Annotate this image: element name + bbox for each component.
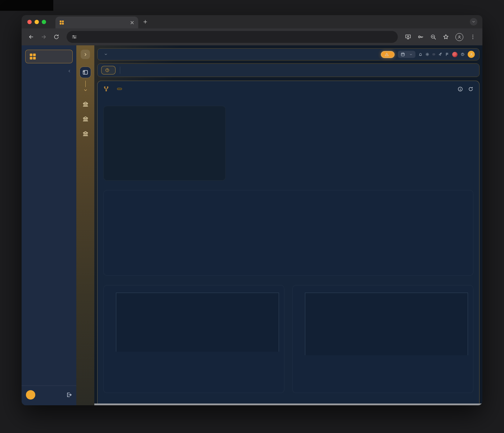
org-header-bar: [97, 48, 480, 60]
icon-rail: [76, 45, 94, 405]
nav-section-header: [22, 66, 76, 75]
warning-icon: [385, 53, 389, 57]
question-icon: [105, 68, 109, 72]
bookmark-star-icon[interactable]: [443, 34, 449, 40]
account-avatar[interactable]: [468, 51, 475, 58]
sidebar: [22, 45, 76, 405]
notifications-bell-icon[interactable]: [419, 53, 422, 56]
horizontal-scrollbar[interactable]: [94, 403, 482, 405]
browser-tab[interactable]: [55, 17, 138, 28]
flows-by-time-bar-chart: [116, 293, 279, 352]
tab-close-icon[interactable]: [130, 20, 135, 25]
process-flow-panel: [97, 81, 480, 405]
date-range-selector[interactable]: [398, 51, 415, 58]
chevron-down-icon: [472, 20, 476, 24]
maximize-window-button[interactable]: [42, 20, 46, 24]
zoom-out-icon[interactable]: [430, 34, 436, 40]
efficiency-line-chart: [120, 197, 469, 257]
chevron-right-icon: [83, 52, 88, 57]
forward-button[interactable]: [41, 34, 47, 40]
menubar-remnant: [0, 0, 53, 11]
chevron-down-icon: [104, 53, 108, 56]
minimize-window-button[interactable]: [35, 20, 39, 24]
help-button[interactable]: [101, 66, 116, 75]
donut-hole: [152, 138, 176, 162]
brand-grid-icon: [29, 53, 37, 60]
brand-logo-card[interactable]: [25, 50, 73, 63]
rail-panel-button[interactable]: [80, 67, 91, 78]
demo-mode-badge[interactable]: [381, 51, 395, 58]
bank-shortcut-icon[interactable]: [82, 101, 89, 107]
browser-toolbar: [22, 28, 482, 45]
main-content: [94, 45, 482, 405]
install-app-icon[interactable]: [405, 34, 411, 40]
browser-tab-strip: [22, 15, 482, 28]
red-org-logo-icon[interactable]: [452, 52, 458, 57]
refresh-icon[interactable]: [468, 86, 473, 92]
reload-button[interactable]: [53, 34, 59, 40]
example-data-badge: [117, 88, 122, 90]
locale-badge[interactable]: [432, 53, 435, 55]
favicon-grid-icon: [59, 20, 64, 25]
chevron-down-icon[interactable]: [83, 88, 88, 93]
tab-search-button[interactable]: [470, 18, 477, 26]
calendar-icon: [401, 52, 405, 57]
function-distribution-donut-chart: [136, 122, 192, 178]
browser-profile-button[interactable]: [455, 33, 463, 41]
bank-shortcut-icon[interactable]: [82, 131, 89, 137]
new-tab-button[interactable]: [143, 19, 148, 24]
bank-shortcut-icon[interactable]: [82, 116, 89, 122]
site-settings-icon[interactable]: [72, 34, 77, 40]
sidebar-footer: [22, 385, 76, 405]
app-area: [22, 45, 482, 405]
process-flow-icon: [103, 86, 109, 92]
person-icon: [469, 53, 473, 57]
close-window-button[interactable]: [27, 20, 32, 24]
theme-sun-icon[interactable]: [426, 53, 429, 56]
tab-separator: [120, 67, 120, 74]
flows-by-time-panel: [103, 285, 284, 393]
back-button[interactable]: [28, 34, 34, 40]
page-tab-bar: [97, 63, 480, 77]
url-bar[interactable]: [67, 31, 398, 43]
flows-by-day-panel: [292, 285, 473, 393]
person-icon: [457, 35, 462, 39]
efficiency-trends-panel: [103, 190, 473, 276]
flag-icon[interactable]: [445, 53, 449, 56]
rocket-icon[interactable]: [438, 53, 442, 56]
flows-by-day-bar-chart: [305, 293, 468, 355]
collapse-sidebar-icon[interactable]: [67, 69, 71, 73]
password-key-icon[interactable]: [418, 34, 424, 40]
rail-expand-button[interactable]: [81, 50, 90, 59]
browser-menu-icon[interactable]: [470, 34, 476, 40]
chevron-down-icon: [409, 53, 413, 56]
function-distribution-panel: [103, 106, 226, 181]
help-question-icon[interactable]: [461, 53, 464, 56]
info-icon[interactable]: [458, 86, 463, 92]
window-controls: [27, 20, 46, 24]
browser-window: [22, 15, 482, 405]
logout-icon[interactable]: [66, 392, 72, 398]
card-panel-icon: [82, 69, 88, 75]
function-rows: [235, 106, 473, 181]
rail-connector: [85, 81, 86, 87]
user-avatar[interactable]: [26, 390, 35, 400]
